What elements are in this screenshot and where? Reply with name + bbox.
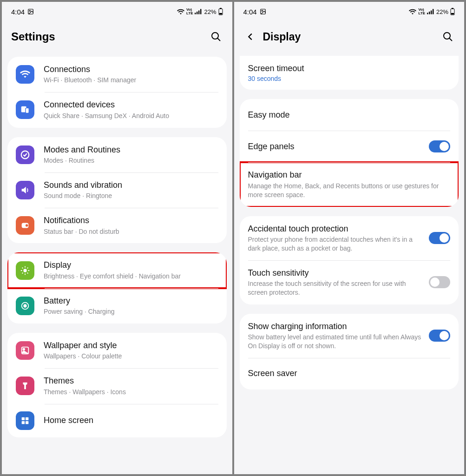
item-screen-timeout[interactable]: Screen timeout30 seconds [240, 56, 459, 90]
item-notifications[interactable]: NotificationsStatus bar · Do not disturb [7, 208, 227, 243]
svg-rect-21 [26, 417, 28, 420]
signal-icon [195, 9, 202, 14]
item-title: Display [44, 260, 218, 271]
status-time: 4:04 [243, 8, 257, 16]
item-easy-mode[interactable]: Easy mode [240, 99, 459, 131]
back-button[interactable] [243, 30, 257, 44]
item-body: Easy mode [248, 110, 451, 120]
item-display[interactable]: DisplayBrightness · Eye comfort shield ·… [7, 252, 227, 288]
item-modes[interactable]: Modes and RoutinesModes · Routines [7, 137, 227, 172]
item-title: Easy mode [248, 110, 451, 120]
item-subtitle: Power saving · Charging [44, 307, 218, 316]
picture-icon [27, 8, 34, 15]
item-body: Connected devicesQuick Share · Samsung D… [44, 99, 218, 120]
svg-point-33 [444, 33, 450, 39]
picture-icon [260, 8, 266, 15]
status-bar: 4:04 Vo)LTE 22% [2, 2, 232, 20]
item-body: BatteryPower saving · Charging [44, 296, 218, 316]
search-button[interactable] [441, 30, 455, 44]
left-screen: 4:04 Vo)LTE 22% Settings ConnectionsWi-F… [2, 2, 232, 474]
item-subtitle: Show battery level and estimated time un… [248, 333, 425, 350]
item-sounds[interactable]: Sounds and vibrationSound mode · Rington… [7, 172, 227, 208]
item-connections[interactable]: ConnectionsWi-Fi · Bluetooth · SIM manag… [7, 57, 227, 92]
item-subtitle: Protect your phone from accidental touch… [248, 235, 425, 253]
item-body: Navigation barManage the Home, Back, and… [248, 170, 451, 199]
theme-icon [16, 377, 34, 395]
item-value: 30 seconds [248, 75, 451, 82]
item-themes[interactable]: ThemesThemes · Wallpapers · Icons [7, 368, 227, 403]
item-title: Show charging information [248, 321, 425, 332]
item-title: Connected devices [44, 99, 218, 110]
svg-point-9 [212, 33, 218, 39]
item-subtitle: Status bar · Do not disturb [44, 227, 218, 236]
item-subtitle: Brightness · Eye comfort shield · Naviga… [44, 272, 218, 281]
wifi-icon [409, 9, 416, 14]
settings-group: Easy modeEdge panelsNavigation barManage… [240, 99, 459, 206]
item-title: Notifications [44, 215, 218, 226]
item-body: Accidental touch protectionProtect your … [248, 224, 425, 253]
item-title: Themes [44, 376, 218, 386]
battery-icon [16, 297, 34, 315]
svg-point-15 [23, 269, 26, 272]
item-connected-devices[interactable]: Connected devicesQuick Share · Samsung D… [7, 92, 227, 127]
settings-group: Wallpaper and styleWallpapers · Colour p… [7, 333, 227, 437]
svg-rect-32 [451, 13, 454, 14]
item-title: Home screen [44, 415, 218, 426]
volte-icon: Vo)LTE [186, 8, 193, 15]
svg-rect-7 [220, 8, 222, 9]
item-charging-info[interactable]: Show charging informationShow battery le… [240, 314, 459, 358]
item-screen-saver[interactable]: Screen saver [240, 358, 459, 390]
item-nav-bar[interactable]: Navigation barManage the Home, Back, and… [240, 162, 459, 206]
item-edge-panels[interactable]: Edge panels [240, 131, 459, 162]
item-subtitle: Sound mode · Ringtone [44, 192, 218, 200]
toggle-edge-panels[interactable] [429, 140, 450, 152]
item-home[interactable]: Home screen [7, 404, 227, 437]
item-accidental[interactable]: Accidental touch protectionProtect your … [240, 216, 459, 260]
item-body: Show charging informationShow battery le… [248, 321, 425, 350]
toggle-touch-sens[interactable] [429, 276, 450, 288]
devices-icon [16, 100, 34, 119]
notif-icon [16, 216, 34, 235]
battery-icon [450, 8, 455, 15]
settings-group: Accidental touch protectionProtect your … [240, 216, 459, 304]
page-title: Settings [11, 30, 203, 43]
svg-point-17 [24, 304, 26, 307]
page-title: Display [263, 31, 436, 43]
item-body: Edge panels [248, 141, 425, 152]
item-subtitle: Wallpapers · Colour palette [44, 352, 218, 361]
svg-rect-5 [200, 9, 201, 14]
item-body: DisplayBrightness · Eye comfort shield ·… [44, 260, 218, 280]
svg-point-1 [29, 10, 30, 11]
signal-icon [427, 9, 434, 14]
item-title: Battery [44, 296, 218, 306]
settings-group: Modes and RoutinesModes · RoutinesSounds… [7, 137, 227, 244]
item-title: Screen timeout [248, 63, 451, 74]
item-title: Sounds and vibration [44, 180, 218, 191]
item-body: Screen timeout30 seconds [248, 63, 451, 82]
item-body: Sounds and vibrationSound mode · Rington… [44, 180, 218, 200]
item-wallpaper[interactable]: Wallpaper and styleWallpapers · Colour p… [7, 333, 227, 368]
toggle-accidental[interactable] [429, 232, 450, 244]
sound-icon [16, 181, 34, 199]
item-body: ConnectionsWi-Fi · Bluetooth · SIM manag… [44, 64, 218, 85]
item-body: NotificationsStatus bar · Do not disturb [44, 215, 218, 236]
item-subtitle: Increase the touch sensitivity of the sc… [248, 279, 425, 297]
svg-point-25 [262, 10, 263, 11]
item-title: Touch sensitivity [248, 268, 425, 278]
image-icon [16, 341, 34, 360]
search-button[interactable] [209, 30, 223, 44]
item-title: Wallpaper and style [44, 340, 218, 351]
svg-rect-31 [452, 8, 453, 9]
svg-rect-3 [197, 12, 197, 14]
item-body: Home screen [44, 415, 218, 426]
item-subtitle: Themes · Wallpapers · Icons [44, 388, 218, 397]
wifi-icon [16, 65, 34, 84]
svg-rect-23 [26, 421, 28, 423]
item-touch-sens[interactable]: Touch sensitivityIncrease the touch sens… [240, 260, 459, 304]
header: Display [234, 20, 465, 57]
item-battery[interactable]: BatteryPower saving · Charging [7, 288, 227, 324]
toggle-charging-info[interactable] [429, 330, 450, 342]
battery-pct: 22% [436, 8, 448, 15]
wifi-icon [177, 9, 184, 14]
settings-group: Show charging informationShow battery le… [240, 314, 459, 390]
